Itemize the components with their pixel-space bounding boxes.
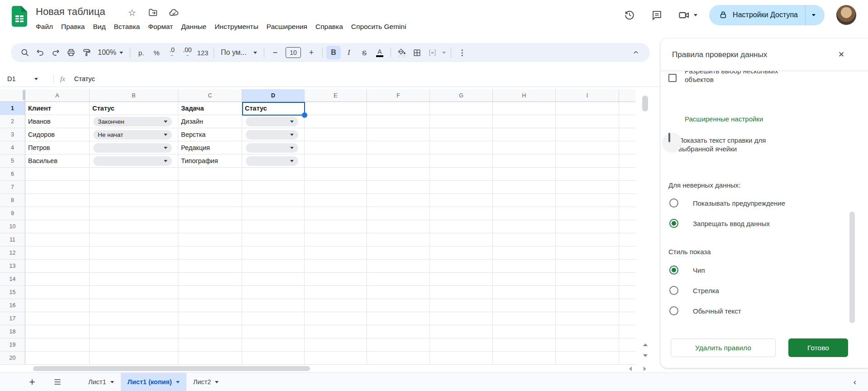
tab-caret-icon[interactable] (110, 381, 114, 383)
empty-cell[interactable] (367, 286, 430, 299)
empty-cell[interactable] (367, 194, 430, 207)
radio-icon[interactable] (669, 306, 678, 315)
empty-cell[interactable] (90, 181, 178, 194)
empty-cell[interactable] (25, 207, 90, 220)
cell-D2[interactable] (242, 115, 305, 128)
zoom-control[interactable]: 100% (94, 48, 127, 57)
empty-cell[interactable] (25, 286, 90, 299)
empty-cell[interactable] (242, 338, 305, 352)
cell-D3[interactable] (242, 128, 305, 141)
move-to-folder-icon[interactable] (148, 7, 158, 18)
empty-cell[interactable] (90, 220, 178, 233)
multi-select-checkbox[interactable] (668, 74, 677, 82)
empty-cell[interactable] (367, 312, 430, 325)
empty-cell[interactable] (556, 181, 619, 194)
empty-cell[interactable] (493, 194, 556, 207)
cell-E1[interactable] (305, 102, 367, 115)
close-icon[interactable]: ✕ (835, 48, 848, 62)
borders-button[interactable] (410, 46, 424, 59)
cell-I1[interactable] (556, 102, 619, 115)
row-header-8[interactable]: 8 (0, 194, 25, 207)
empty-cell[interactable] (556, 338, 619, 352)
cell-A4[interactable]: Петров (25, 141, 90, 154)
print-icon[interactable] (64, 46, 78, 59)
cell-A2[interactable]: Иванов (25, 115, 90, 128)
empty-cell[interactable] (25, 260, 90, 273)
row-header-16[interactable]: 16 (0, 299, 25, 312)
empty-cell[interactable] (305, 181, 367, 194)
star-icon[interactable]: ☆ (127, 7, 138, 18)
select-all-corner[interactable] (0, 89, 25, 102)
menu-edit[interactable]: Правка (57, 21, 89, 34)
cell-B3[interactable]: Не начат (90, 128, 178, 141)
empty-cell[interactable] (305, 168, 367, 181)
menu-format[interactable]: Формат (144, 21, 177, 34)
font-selector[interactable]: По ум... (217, 48, 261, 57)
column-header-A[interactable]: A (25, 89, 90, 102)
empty-cell[interactable] (367, 299, 430, 312)
empty-cell[interactable] (25, 338, 90, 352)
increase-decimal-button[interactable]: .00→ (180, 46, 195, 59)
empty-cell[interactable] (430, 352, 493, 365)
empty-cell[interactable] (178, 246, 242, 260)
row-header-12[interactable]: 12 (0, 246, 25, 260)
row-header-9[interactable]: 9 (0, 207, 25, 220)
empty-cell[interactable] (90, 286, 178, 299)
empty-cell[interactable] (305, 312, 367, 325)
redo-icon[interactable] (48, 46, 63, 59)
empty-cell[interactable] (25, 325, 90, 338)
menu-tools[interactable]: Инструменты (210, 21, 262, 34)
strikethrough-button[interactable]: S (357, 46, 372, 59)
row-header-20[interactable]: 20 (0, 352, 25, 365)
empty-cell[interactable] (242, 233, 305, 246)
empty-cell[interactable] (556, 194, 619, 207)
collapse-panel-chevron-icon[interactable]: ‹ (854, 377, 856, 387)
column-header-G[interactable]: G (430, 89, 493, 102)
cell-C5[interactable]: Типография (178, 154, 242, 168)
empty-cell[interactable] (367, 246, 430, 260)
undo-icon[interactable] (33, 46, 48, 59)
empty-cell[interactable] (305, 194, 367, 207)
empty-cell[interactable] (430, 286, 493, 299)
formula-input[interactable]: Статус (74, 75, 95, 82)
empty-cell[interactable] (242, 312, 305, 325)
empty-cell[interactable] (242, 194, 305, 207)
empty-cell[interactable] (367, 273, 430, 286)
text-color-button[interactable]: A (372, 46, 387, 59)
empty-cell[interactable] (25, 233, 90, 246)
cell-F1[interactable] (367, 102, 430, 115)
status-chip-B3[interactable]: Не начат (93, 130, 172, 140)
empty-cell[interactable] (90, 168, 178, 181)
scroll-left-icon[interactable] (629, 367, 632, 371)
empty-cell[interactable] (493, 325, 556, 338)
empty-cell[interactable] (242, 207, 305, 220)
empty-cell[interactable] (493, 286, 556, 299)
row-header-15[interactable]: 15 (0, 286, 25, 299)
row-header-6[interactable]: 6 (0, 168, 25, 181)
empty-cell[interactable] (305, 352, 367, 365)
empty-cell[interactable] (25, 168, 90, 181)
advanced-settings-link[interactable]: Расширенные настройки (685, 115, 763, 123)
empty-cell[interactable] (178, 273, 242, 286)
empty-cell[interactable] (367, 220, 430, 233)
cell-C1[interactable]: Задача (178, 102, 242, 115)
empty-cell[interactable] (430, 207, 493, 220)
empty-cell[interactable] (178, 194, 242, 207)
name-box[interactable]: D1 (0, 75, 43, 82)
empty-cell[interactable] (556, 207, 619, 220)
empty-cell[interactable] (90, 233, 178, 246)
empty-cell[interactable] (90, 352, 178, 365)
cell-B4[interactable] (90, 141, 178, 154)
status-chip-B4[interactable] (93, 143, 172, 153)
empty-cell[interactable] (90, 207, 178, 220)
empty-cell[interactable] (493, 338, 556, 352)
menu-help[interactable]: Справка (311, 21, 347, 34)
empty-cell[interactable] (305, 260, 367, 273)
empty-cell[interactable] (430, 260, 493, 273)
search-icon[interactable] (18, 46, 32, 59)
scroll-up-icon[interactable] (643, 343, 648, 346)
empty-cell[interactable] (25, 220, 90, 233)
empty-cell[interactable] (556, 325, 619, 338)
cell-A5[interactable]: Васильев (25, 154, 90, 168)
row-header-4[interactable]: 4 (0, 141, 25, 154)
